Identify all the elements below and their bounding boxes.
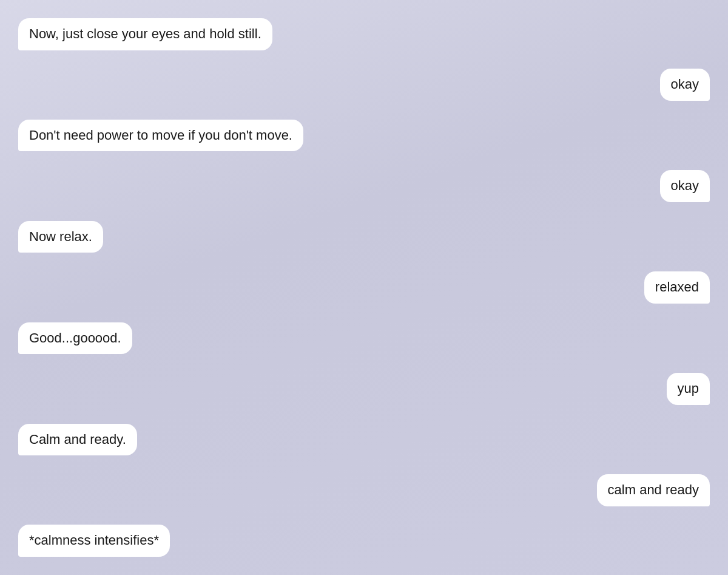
bubble-text: yup — [678, 381, 699, 396]
chat-bubble-5: Now relax. — [18, 221, 103, 253]
bubble-text: calm and ready — [608, 482, 699, 497]
message-row: Good...gooood. — [18, 322, 710, 355]
message-row: *calmness intensifies* — [18, 525, 710, 557]
bubble-text: okay — [671, 178, 699, 193]
bubble-text: Calm and ready. — [29, 432, 126, 447]
bubble-text: okay — [671, 77, 699, 92]
message-row: Now, just close your eyes and hold still… — [18, 18, 710, 50]
message-row: okay — [18, 170, 710, 202]
chat-container: Now, just close your eyes and hold still… — [0, 0, 728, 575]
bubble-text: Now, just close your eyes and hold still… — [29, 26, 261, 41]
message-row: Now relax. — [18, 221, 710, 253]
chat-bubble-1: Now, just close your eyes and hold still… — [18, 18, 272, 50]
chat-bubble-11: *calmness intensifies* — [18, 525, 170, 557]
chat-bubble-4: okay — [660, 170, 710, 202]
chat-bubble-8: yup — [667, 373, 710, 405]
message-row: Calm and ready. — [18, 424, 710, 456]
bubble-text: *calmness intensifies* — [29, 532, 159, 548]
bubble-text: Good...gooood. — [29, 330, 121, 345]
chat-bubble-10: calm and ready — [597, 474, 710, 506]
bubble-text: Now relax. — [29, 229, 92, 244]
bubble-text: Don't need power to move if you don't mo… — [29, 128, 292, 143]
chat-bubble-3: Don't need power to move if you don't mo… — [18, 120, 303, 152]
chat-bubble-9: Calm and ready. — [18, 424, 137, 456]
message-row: relaxed — [18, 271, 710, 304]
bubble-text: relaxed — [655, 279, 699, 294]
message-row: Don't need power to move if you don't mo… — [18, 120, 710, 152]
chat-bubble-7: Good...gooood. — [18, 322, 132, 355]
message-row: okay — [18, 69, 710, 101]
chat-bubble-2: okay — [660, 69, 710, 101]
message-row: yup — [18, 373, 710, 405]
chat-bubble-6: relaxed — [644, 271, 710, 304]
message-row: calm and ready — [18, 474, 710, 506]
